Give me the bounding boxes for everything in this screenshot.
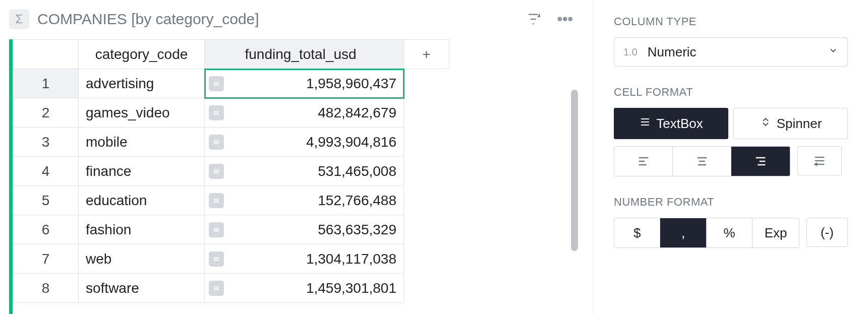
properties-panel: COLUMN TYPE 1.0 Numeric CELL FORMAT Text… [593, 0, 868, 314]
cell-funding[interactable]: 563,635,329 [205, 215, 404, 244]
spinner-icon [760, 116, 772, 132]
row-detail-icon[interactable] [209, 281, 224, 296]
numfmt-exponent-button[interactable]: Exp [753, 218, 798, 247]
numfmt-parentheses-button[interactable]: (-) [806, 218, 848, 247]
row-number[interactable]: 4 [13, 157, 79, 186]
align-center-button[interactable] [673, 147, 731, 176]
cell-funding[interactable]: 152,766,488 [205, 186, 404, 215]
row-detail-icon[interactable] [209, 76, 224, 91]
cell-format-spinner[interactable]: Spinner [733, 108, 848, 139]
row-detail-icon[interactable] [209, 193, 224, 208]
numfmt-currency-button[interactable]: $ [614, 218, 660, 247]
cell-format-textbox[interactable]: TextBox [614, 108, 728, 139]
table-row[interactable]: 6fashion563,635,329 [13, 215, 449, 244]
table-row[interactable]: 7web1,304,117,038 [13, 244, 449, 274]
numfmt-percent-button[interactable]: % [707, 218, 753, 247]
cell-funding[interactable]: 1,958,960,437 [205, 69, 404, 98]
table-row[interactable]: 2games_video482,842,679 [13, 98, 449, 128]
cell-category[interactable]: finance [79, 157, 205, 186]
number-format-label: NUMBER FORMAT [614, 196, 848, 209]
cell-funding[interactable]: 4,993,904,816 [205, 128, 404, 157]
table-title: COMPANIES [by category_code] [37, 11, 518, 28]
pane-header: Σ COMPANIES [by category_code] ••• [9, 9, 593, 29]
row-number[interactable]: 7 [13, 244, 79, 274]
numfmt-thousands-button[interactable]: , [660, 218, 706, 247]
add-column-button[interactable]: + [404, 40, 449, 69]
cell-funding[interactable]: 482,842,679 [205, 98, 404, 128]
row-number[interactable]: 3 [13, 128, 79, 157]
cell-funding[interactable]: 1,459,301,801 [205, 274, 404, 303]
cell-format-label: CELL FORMAT [614, 86, 848, 99]
more-icon[interactable]: ••• [557, 11, 573, 28]
row-detail-icon[interactable] [209, 252, 224, 267]
vertical-scrollbar[interactable] [571, 90, 578, 251]
sigma-icon: Σ [9, 9, 29, 29]
cell-category[interactable]: fashion [79, 215, 205, 244]
row-number[interactable]: 8 [13, 274, 79, 303]
column-header-rownum[interactable] [13, 40, 79, 69]
align-left-button[interactable] [614, 147, 673, 176]
data-grid: category_code funding_total_usd + 1adver… [9, 39, 593, 314]
cell-category[interactable]: education [79, 186, 205, 215]
row-number[interactable]: 6 [13, 215, 79, 244]
cell-funding[interactable]: 531,465,008 [205, 157, 404, 186]
column-header-category[interactable]: category_code [79, 40, 205, 69]
column-type-select[interactable]: 1.0 Numeric [614, 37, 848, 67]
table-row[interactable]: 4finance531,465,008 [13, 157, 449, 186]
wrap-text-button[interactable] [797, 146, 842, 175]
filter-icon[interactable] [527, 11, 543, 27]
table-row[interactable]: 3mobile4,993,904,816 [13, 128, 449, 157]
row-detail-icon[interactable] [209, 135, 224, 150]
row-number[interactable]: 5 [13, 186, 79, 215]
row-detail-icon[interactable] [209, 105, 224, 120]
cell-category[interactable]: games_video [79, 98, 205, 128]
column-header-funding[interactable]: funding_total_usd [205, 40, 404, 69]
table-row[interactable]: 5education152,766,488 [13, 186, 449, 215]
table-row[interactable]: 8software1,459,301,801 [13, 274, 449, 303]
column-type-label: COLUMN TYPE [614, 15, 848, 28]
cell-category[interactable]: software [79, 274, 205, 303]
numeric-type-icon: 1.0 [623, 46, 638, 58]
cell-category[interactable]: advertising [79, 69, 205, 98]
table-row[interactable]: 1advertising1,958,960,437 [13, 69, 449, 98]
chevron-down-icon [828, 45, 838, 58]
cell-category[interactable]: mobile [79, 128, 205, 157]
cell-category[interactable]: web [79, 244, 205, 274]
cell-funding[interactable]: 1,304,117,038 [205, 244, 404, 274]
row-detail-icon[interactable] [209, 164, 224, 179]
column-type-value: Numeric [648, 44, 697, 60]
row-number[interactable]: 1 [13, 69, 79, 98]
textbox-icon [639, 116, 651, 132]
row-detail-icon[interactable] [209, 222, 224, 237]
align-right-button[interactable] [731, 147, 790, 176]
row-number[interactable]: 2 [13, 98, 79, 128]
